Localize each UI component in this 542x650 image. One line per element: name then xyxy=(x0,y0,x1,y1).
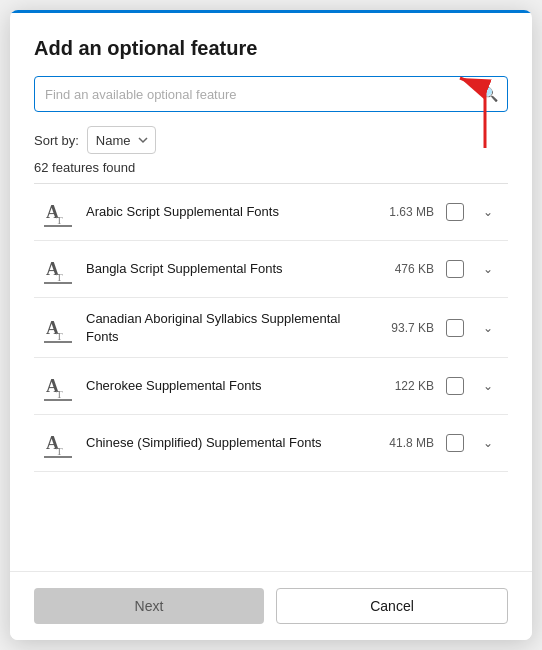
feature-expand-2[interactable]: ⌄ xyxy=(476,257,500,281)
feature-name-3: Canadian Aboriginal Syllabics Supplement… xyxy=(86,310,370,345)
feature-item-1: A T Arabic Script Supplemental Fonts 1.6… xyxy=(34,184,508,241)
svg-text:T: T xyxy=(56,330,63,342)
feature-item-5: A T Chinese (Simplified) Supplemental Fo… xyxy=(34,415,508,472)
feature-checkbox-3[interactable] xyxy=(446,319,464,337)
add-optional-feature-dialog: Add an optional feature 🔍 Sort by: Name … xyxy=(10,10,532,640)
feature-item-4: A T Cherokee Supplemental Fonts 122 KB ⌄ xyxy=(34,358,508,415)
feature-size-4: 122 KB xyxy=(382,379,434,393)
feature-name-4: Cherokee Supplemental Fonts xyxy=(86,377,370,395)
search-container: 🔍 xyxy=(34,76,508,112)
dialog-title: Add an optional feature xyxy=(34,37,508,60)
feature-name-5: Chinese (Simplified) Supplemental Fonts xyxy=(86,434,370,452)
feature-expand-4[interactable]: ⌄ xyxy=(476,374,500,398)
feature-checkbox-5[interactable] xyxy=(446,434,464,452)
features-list: A T Arabic Script Supplemental Fonts 1.6… xyxy=(34,183,508,571)
svg-text:T: T xyxy=(56,388,63,400)
feature-checkbox-1[interactable] xyxy=(446,203,464,221)
feature-name-2: Bangla Script Supplemental Fonts xyxy=(86,260,370,278)
font-icon-4: A T xyxy=(42,370,74,402)
sort-by-label: Sort by: xyxy=(34,133,79,148)
svg-text:T: T xyxy=(56,271,63,283)
dialog-footer: Next Cancel xyxy=(10,571,532,640)
search-icon: 🔍 xyxy=(481,86,498,102)
svg-text:T: T xyxy=(56,445,63,457)
font-icon-1: A T xyxy=(42,196,74,228)
font-icon-5: A T xyxy=(42,427,74,459)
feature-expand-1[interactable]: ⌄ xyxy=(476,200,500,224)
features-count: 62 features found xyxy=(34,160,508,175)
feature-size-1: 1.63 MB xyxy=(382,205,434,219)
feature-checkbox-2[interactable] xyxy=(446,260,464,278)
feature-size-3: 93.7 KB xyxy=(382,321,434,335)
font-icon-3: A T xyxy=(42,312,74,344)
feature-size-2: 476 KB xyxy=(382,262,434,276)
sort-select[interactable]: Name Size xyxy=(87,126,156,154)
search-input[interactable] xyxy=(34,76,508,112)
cancel-button[interactable]: Cancel xyxy=(276,588,508,624)
feature-name-1: Arabic Script Supplemental Fonts xyxy=(86,203,370,221)
feature-checkbox-4[interactable] xyxy=(446,377,464,395)
sort-row: Sort by: Name Size xyxy=(34,126,508,154)
next-button[interactable]: Next xyxy=(34,588,264,624)
font-icon-2: A T xyxy=(42,253,74,285)
feature-size-5: 41.8 MB xyxy=(382,436,434,450)
feature-expand-3[interactable]: ⌄ xyxy=(476,316,500,340)
svg-text:T: T xyxy=(56,214,63,226)
feature-expand-5[interactable]: ⌄ xyxy=(476,431,500,455)
feature-item-3: A T Canadian Aboriginal Syllabics Supple… xyxy=(34,298,508,358)
feature-item-2: A T Bangla Script Supplemental Fonts 476… xyxy=(34,241,508,298)
dialog-content: Add an optional feature 🔍 Sort by: Name … xyxy=(10,13,532,571)
